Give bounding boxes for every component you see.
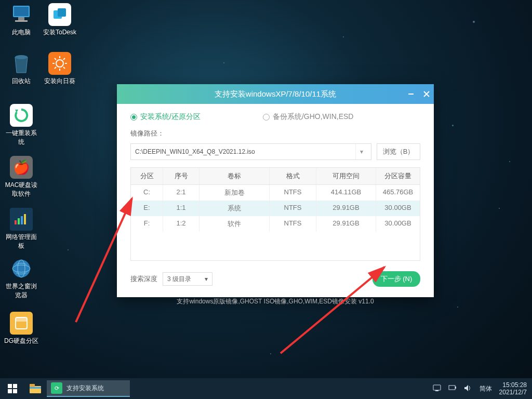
- tray-network-icon[interactable]: [433, 384, 441, 393]
- taskbar-app-installer[interactable]: ⟳ 支持安装系统: [47, 380, 130, 397]
- svg-rect-18: [21, 216, 23, 224]
- desktop-icon-bin[interactable]: 回收站: [3, 52, 39, 86]
- svg-line-12: [55, 58, 56, 60]
- svg-line-13: [63, 67, 65, 69]
- svg-point-7: [56, 60, 63, 67]
- desktop-icon-todesk[interactable]: 安装ToDesk: [42, 3, 78, 37]
- desktop-icon-globe[interactable]: 世界之窗浏览器: [3, 257, 39, 300]
- svg-rect-38: [435, 390, 438, 391]
- installer-taskbar-icon: ⟳: [51, 382, 62, 394]
- svg-line-15: [55, 67, 56, 69]
- file-explorer-icon[interactable]: [25, 378, 46, 399]
- taskbar: ⟳ 支持安装系统 简体 15:05:28 2021/12/7: [0, 378, 532, 399]
- mac-icon: 🍎: [10, 156, 33, 179]
- col-free: 可用空间: [316, 168, 376, 184]
- dg-icon: [10, 312, 33, 335]
- svg-line-14: [63, 58, 65, 60]
- desktop-icon-net[interactable]: 网络管理面板: [3, 208, 39, 250]
- desktop-icon-pc[interactable]: 此电脑: [3, 3, 39, 37]
- svg-rect-19: [24, 214, 26, 224]
- titlebar[interactable]: 支持安装windowsXP/7/8/10/11系统: [117, 84, 434, 104]
- col-capacity: 分区容量: [376, 168, 420, 184]
- search-depth-label: 搜索深度: [130, 274, 157, 284]
- partition-row[interactable]: C:2:1新加卷NTFS414.11GB465.76GB: [131, 185, 420, 201]
- desktop-icon-sun[interactable]: 安装向日葵: [42, 52, 78, 86]
- svg-rect-31: [13, 384, 17, 388]
- net-icon: [10, 208, 33, 231]
- minimize-button[interactable]: [407, 90, 415, 98]
- image-path-input[interactable]: C:\DEEPIN_WIN10_X64_Q8_V2021.12.iso ▾: [130, 143, 371, 160]
- window-title: 支持安装windowsXP/7/8/10/11系统: [215, 89, 336, 99]
- svg-rect-24: [16, 317, 27, 322]
- svg-rect-39: [449, 385, 455, 390]
- desktop-icon-label: 此电脑: [3, 28, 39, 37]
- partition-row[interactable]: E:1:1系统NTFS29.91GB30.00GB: [131, 201, 420, 216]
- col-format: 格式: [270, 168, 316, 184]
- svg-point-6: [15, 55, 28, 59]
- svg-rect-32: [8, 389, 12, 393]
- start-button[interactable]: [0, 378, 25, 399]
- desktop-icon-dg[interactable]: DG硬盘分区: [3, 312, 39, 345]
- svg-rect-37: [433, 385, 441, 390]
- desktop-icon-label: 安装向日葵: [42, 77, 78, 86]
- svg-rect-5: [58, 8, 66, 17]
- reinstall-icon: [10, 104, 33, 127]
- svg-rect-30: [8, 384, 12, 388]
- tray-volume-icon[interactable]: [464, 384, 472, 393]
- image-path-label: 镜像路径：: [130, 129, 420, 138]
- search-depth-select[interactable]: 3 级目录▾: [163, 272, 212, 286]
- path-dropdown-icon[interactable]: ▾: [355, 144, 367, 159]
- svg-rect-17: [18, 218, 20, 224]
- col-index: 序号: [163, 168, 200, 184]
- svg-rect-2: [18, 17, 24, 20]
- pc-icon: [10, 3, 33, 26]
- globe-icon: [10, 257, 33, 280]
- svg-rect-40: [455, 387, 456, 389]
- bin-icon: [10, 52, 33, 75]
- radio-install-restore[interactable]: 安装系统/还原分区: [130, 112, 201, 122]
- chevron-down-icon: ▾: [205, 275, 208, 283]
- partition-row[interactable]: F:1:2软件NTFS29.91GB30.00GB: [131, 216, 420, 232]
- sun-icon: [48, 52, 71, 75]
- desktop-icon-mac[interactable]: 🍎MAC硬盘读取软件: [3, 156, 39, 198]
- col-partition: 分区: [131, 168, 163, 184]
- desktop-icon-label: 一键重装系统: [3, 129, 39, 147]
- tray-ime[interactable]: 简体: [480, 384, 492, 393]
- radio-backup[interactable]: 备份系统/GHO,WIN,ESD: [263, 112, 354, 122]
- svg-rect-16: [15, 220, 17, 224]
- svg-rect-1: [14, 7, 29, 16]
- tray-battery-icon[interactable]: [448, 385, 457, 393]
- desktop-icon-label: 网络管理面板: [3, 233, 39, 250]
- svg-rect-33: [13, 389, 17, 393]
- svg-point-20: [12, 260, 30, 277]
- todesk-icon: [48, 3, 71, 26]
- partition-table: 分区 序号 卷标 格式 可用空间 分区容量 C:2:1新加卷NTFS414.11…: [130, 167, 420, 261]
- col-volume: 卷标: [200, 168, 270, 184]
- svg-rect-3: [15, 20, 28, 22]
- tray-clock[interactable]: 15:05:28 2021/12/7: [499, 381, 527, 396]
- desktop-icon-label: DG硬盘分区: [3, 337, 39, 345]
- svg-rect-35: [30, 384, 35, 388]
- desktop-icon-reinstall[interactable]: 一键重装系统: [3, 104, 39, 147]
- close-button[interactable]: [422, 90, 431, 98]
- footer-hint: 支持windows原版镜像,GHOST ISO镜像,GHO,WIM,ESD镜像安…: [130, 297, 420, 306]
- browse-button[interactable]: 浏览（B）: [377, 143, 420, 160]
- desktop-icon-label: 安装ToDesk: [42, 28, 78, 37]
- desktop-icon-label: 世界之窗浏览器: [3, 282, 39, 300]
- svg-rect-36: [30, 387, 41, 389]
- installer-dialog: 支持安装windowsXP/7/8/10/11系统 安装系统/还原分区 备份系统…: [117, 84, 434, 297]
- desktop-icon-label: MAC硬盘读取软件: [3, 181, 39, 198]
- desktop-icon-label: 回收站: [3, 77, 39, 86]
- next-button[interactable]: 下一步 (N): [373, 271, 420, 287]
